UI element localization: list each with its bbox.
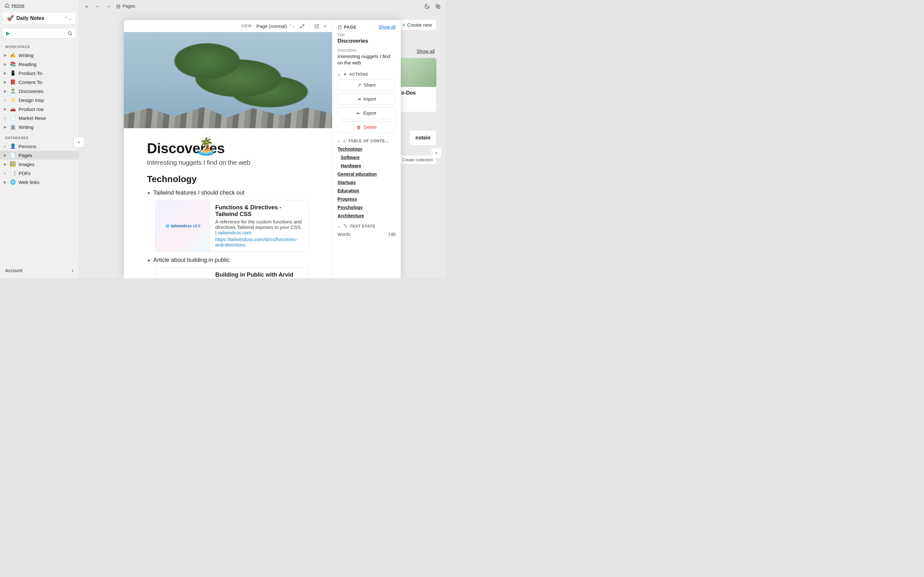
view-switcher[interactable]: Page (normal) ⌃⌄: [256, 23, 295, 29]
link-thumb: ▦ 🌐 💻: [156, 268, 210, 278]
inspector-desc[interactable]: Interesting nuggets I find on the web: [338, 53, 396, 66]
copy-icon[interactable]: [435, 3, 441, 9]
sidebar-item-writing[interactable]: ▶✍️Writing: [0, 51, 79, 60]
db-item-pdfs[interactable]: ▶📑PDFs: [0, 169, 79, 177]
card-cover: [395, 58, 436, 87]
toc-software[interactable]: Software: [341, 155, 396, 160]
sidebar-item-discoveries[interactable]: ▶🏝️Discoveries: [0, 87, 79, 95]
toc-startups[interactable]: Startups: [338, 180, 396, 185]
chart-icon: 〽: [343, 224, 347, 229]
open-external-icon[interactable]: [314, 23, 319, 29]
page-cover[interactable]: [124, 32, 332, 128]
delete-button[interactable]: 🗑 Delete: [338, 121, 396, 133]
person-pill[interactable]: nstein: [409, 130, 437, 145]
db-item-images[interactable]: ▶🖼️Images: [0, 160, 79, 169]
share-icon: ↗: [357, 82, 361, 87]
main-area: « ← → Pages: [79, 0, 446, 278]
search-icon[interactable]: [67, 31, 73, 36]
quick-actions-icon[interactable]: ▶: [6, 30, 10, 36]
link-title: Building in Public with Arvid Kahl: [215, 271, 304, 278]
home-label: Home: [11, 3, 24, 8]
page-emoji[interactable]: 🏝️: [196, 137, 216, 156]
close-modal-icon[interactable]: »: [324, 23, 326, 29]
desc-label: Description: [338, 48, 396, 53]
inspector-title[interactable]: Discoveries: [338, 38, 396, 44]
page-title[interactable]: Discoveries: [147, 140, 309, 156]
cards-next-button[interactable]: ›: [431, 147, 442, 158]
export-button[interactable]: ⇤ Export: [338, 107, 396, 119]
view-label: VIEW: [241, 24, 252, 28]
toc-section[interactable]: ⌄ ≡ TABLE OF CONTE…: [338, 139, 396, 143]
sidebar-item-product-roadmap[interactable]: ▶🚗Product roa: [0, 105, 79, 113]
nav-back-icon[interactable]: ←: [94, 3, 101, 9]
triangle-down-icon[interactable]: ▼: [147, 191, 151, 195]
database-icon: [116, 3, 121, 9]
account-link[interactable]: Account ›: [0, 262, 79, 278]
page-modal: VIEW Page (normal) ⌃⌄ » 🏝️: [124, 20, 401, 278]
topbar: « ← → Pages: [79, 0, 446, 13]
sidebar-item-product-todos[interactable]: ▶📱Product-To-: [0, 69, 79, 77]
link-desc: A reference for the custom functions and…: [215, 219, 304, 235]
toc-technology[interactable]: Technology: [338, 147, 396, 152]
page-icon: 📄: [10, 152, 16, 158]
sidebar-item-reading[interactable]: ▶📚Reading: [0, 60, 79, 69]
section-technology[interactable]: Technology: [147, 174, 309, 184]
db-item-pages[interactable]: ▶📄Pages: [0, 151, 79, 160]
nav-collapse-icon[interactable]: «: [83, 3, 90, 9]
chevron-down-icon: ⌄: [338, 224, 341, 228]
actions-section[interactable]: ⌄ ✦ ACTIONS: [338, 72, 396, 77]
svg-point-1: [117, 5, 120, 6]
search-bar[interactable]: ▶: [3, 28, 76, 39]
toc-architecture[interactable]: Architecture: [338, 213, 396, 218]
sidebar-item-content-todos[interactable]: ▶📕Content To-: [0, 77, 79, 87]
expand-icon[interactable]: [300, 23, 305, 29]
page-card[interactable]: To-Dos: [395, 58, 437, 112]
sparkle-icon: ✦: [343, 72, 347, 77]
home-link[interactable]: Home: [0, 0, 79, 11]
create-new-button[interactable]: + Create new: [398, 19, 437, 31]
breadcrumb[interactable]: Pages: [116, 3, 136, 9]
collapse-sidebar-button[interactable]: ‹: [73, 137, 84, 147]
chevron-down-icon: ⌄: [338, 72, 341, 76]
export-icon: ⇤: [357, 111, 360, 116]
triangle-down-icon[interactable]: ▼: [147, 258, 151, 263]
toc-general-education[interactable]: General education: [338, 171, 396, 177]
page-icon: [338, 24, 342, 29]
toggle-tailwind[interactable]: ▼ Tailwind features I should check out: [147, 189, 309, 196]
svg-point-0: [68, 32, 71, 35]
trash-icon: 🗑: [357, 125, 361, 130]
share-button[interactable]: ↗ Share: [338, 79, 396, 91]
words-label: Words: [338, 232, 351, 237]
link-card-tailwind[interactable]: ≋ tailwindcss v3.0 Functions & Directive…: [155, 200, 309, 251]
toc-psychology[interactable]: Psychology: [338, 205, 396, 210]
sidebar-item-writing-2[interactable]: ▶🏛️Writing: [0, 122, 79, 131]
workspace-switcher[interactable]: 🚀 Daily Notes ⌃⌄: [3, 12, 76, 25]
plus-icon: +: [403, 22, 405, 27]
inspector-panel: PAGE Show all Title Discoveries Descript…: [332, 20, 401, 278]
page-description[interactable]: Interesting nuggets I find on the web: [147, 159, 309, 166]
nav-forward-icon[interactable]: →: [105, 3, 111, 9]
sidebar: Home 🚀 Daily Notes ⌃⌄ ▶ WORKSPACE ▶✍️Wri…: [0, 0, 79, 278]
link-title: Functions & Directives - Tailwind CSS: [215, 204, 304, 218]
toggle-building-public[interactable]: ▼ Article about building in public: [147, 257, 309, 263]
workspace-emoji: 🚀: [7, 15, 14, 22]
theme-toggle-icon[interactable]: [424, 3, 430, 9]
sidebar-item-market-research[interactable]: ▶📄Market Rese: [0, 113, 79, 122]
globe-icon: 🌐: [10, 179, 16, 185]
modal-topbar: VIEW Page (normal) ⌃⌄ »: [124, 20, 332, 32]
sidebar-item-design-insp[interactable]: ▶✨Design Insp: [0, 95, 79, 105]
toc-progress[interactable]: Progress: [338, 197, 396, 201]
toc-education[interactable]: Education: [338, 188, 396, 193]
toc-hardware[interactable]: Hardware: [341, 163, 396, 168]
db-item-weblinks[interactable]: ▶🌐Web links: [0, 177, 79, 187]
section-workspace-label: WORKSPACE: [0, 40, 79, 51]
link-card-arvid[interactable]: ▦ 🌐 💻 Building in Public with Arvid Kahl…: [155, 268, 309, 278]
inspector-show-all[interactable]: Show all: [379, 24, 396, 29]
pdf-icon: 📑: [10, 170, 16, 176]
chevron-right-icon: ›: [72, 268, 73, 273]
import-icon: ⇥: [357, 97, 361, 102]
db-item-persons[interactable]: ▶👤Persons: [0, 142, 79, 151]
stats-section[interactable]: ⌄ 〽 TEXT STATS: [338, 224, 396, 229]
import-button[interactable]: ⇥ Import: [338, 93, 396, 105]
chevron-updown-icon: ⌃⌄: [289, 24, 295, 28]
